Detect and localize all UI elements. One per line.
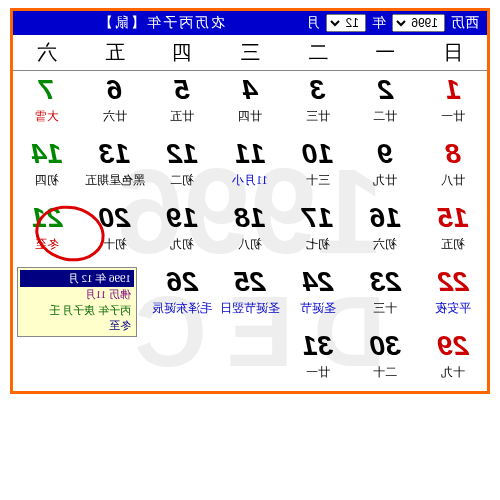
day-cell[interactable]: 13黑色星期五 xyxy=(81,135,149,199)
day-number: 25 xyxy=(216,266,284,298)
day-cell[interactable]: 26毛泽东诞辰 xyxy=(148,263,216,327)
day-cell[interactable]: 17初七 xyxy=(284,199,352,263)
day-number: 1 xyxy=(419,74,487,106)
lunar-label: 初七 xyxy=(284,236,352,253)
day-cell[interactable]: 6廿六 xyxy=(81,71,149,135)
day-cell[interactable]: 29十九 xyxy=(419,327,487,391)
lunar-label: 廿九 xyxy=(352,172,420,189)
weekday: 一 xyxy=(352,35,420,70)
day-cell[interactable]: 25圣诞节翌日 xyxy=(216,263,284,327)
day-cell[interactable]: 30二十 xyxy=(352,327,420,391)
lunar-label: 廿五 xyxy=(148,108,216,125)
lunar-label: 黑色星期五 xyxy=(81,172,149,189)
day-cell[interactable]: 12初二 xyxy=(148,135,216,199)
weekday: 二 xyxy=(284,35,352,70)
day-number: 7 xyxy=(13,74,81,106)
day-number: 4 xyxy=(216,74,284,106)
lunar-label: 圣诞节翌日 xyxy=(216,300,284,317)
day-cell[interactable]: 31廿一 xyxy=(284,327,352,391)
day-number: 12 xyxy=(148,138,216,170)
lunar-label: 廿一 xyxy=(284,364,352,381)
day-cell[interactable]: 8廿八 xyxy=(419,135,487,199)
lunar-label: 十九 xyxy=(419,364,487,381)
day-cell[interactable]: 7大雪 xyxy=(13,71,81,135)
month-label: 月 xyxy=(306,14,320,32)
lunar-label: 初九 xyxy=(148,236,216,253)
day-number: 14 xyxy=(13,138,81,170)
lunar-label: 廿四 xyxy=(216,108,284,125)
day-number: 22 xyxy=(419,266,487,298)
lunar-label: 平安夜 xyxy=(419,300,487,317)
day-number: 9 xyxy=(352,138,420,170)
lunar-label: 初五 xyxy=(419,236,487,253)
lunar-label: 初四 xyxy=(13,172,81,189)
weekday: 五 xyxy=(81,35,149,70)
year-select[interactable]: 1996 xyxy=(392,14,445,32)
day-number: 3 xyxy=(284,74,352,106)
year-label: 年 xyxy=(372,14,386,32)
day-cell[interactable]: 1111月小 xyxy=(216,135,284,199)
lunar-label: 毛泽东诞辰 xyxy=(148,300,216,317)
day-number: 29 xyxy=(419,330,487,362)
day-number: 5 xyxy=(148,74,216,106)
month-select[interactable]: 12 xyxy=(326,14,366,32)
weekday: 六 xyxy=(13,35,81,70)
day-cell[interactable]: 16初六 xyxy=(352,199,420,263)
day-number: 30 xyxy=(352,330,420,362)
lunar-label: 廿二 xyxy=(352,108,420,125)
lunar-title: 农历丙子年【鼠】 xyxy=(21,14,300,32)
day-cell[interactable]: 22平安夜 xyxy=(419,263,487,327)
day-cell[interactable]: 10三十 xyxy=(284,135,352,199)
day-cell[interactable]: 24圣诞节 xyxy=(284,263,352,327)
day-cell[interactable]: 5廿五 xyxy=(148,71,216,135)
lunar-label: 圣诞节 xyxy=(284,300,352,317)
day-cell[interactable]: 23十三 xyxy=(352,263,420,327)
weekday: 四 xyxy=(148,35,216,70)
lunar-label: 三十 xyxy=(284,172,352,189)
lunar-label: 廿八 xyxy=(419,172,487,189)
day-number: 15 xyxy=(419,202,487,234)
day-number: 17 xyxy=(284,202,352,234)
day-number: 8 xyxy=(419,138,487,170)
lunar-label: 廿三 xyxy=(284,108,352,125)
weekday: 三 xyxy=(216,35,284,70)
day-cell[interactable]: 4廿四 xyxy=(216,71,284,135)
day-cell[interactable]: 2廿二 xyxy=(352,71,420,135)
day-number: 2 xyxy=(352,74,420,106)
day-cell[interactable]: 1廿一 xyxy=(419,71,487,135)
lunar-label: 初二 xyxy=(148,172,216,189)
day-number: 19 xyxy=(148,202,216,234)
day-cell[interactable]: 15初五 xyxy=(419,199,487,263)
day-number: 16 xyxy=(352,202,420,234)
day-number: 10 xyxy=(284,138,352,170)
day-number: 13 xyxy=(81,138,149,170)
weekday: 日 xyxy=(419,35,487,70)
lunar-label: 11月小 xyxy=(216,172,284,189)
day-cell[interactable]: 14初四 xyxy=(13,135,81,199)
day-number: 24 xyxy=(284,266,352,298)
lunar-label: 十三 xyxy=(352,300,420,317)
day-cell[interactable]: 19初九 xyxy=(148,199,216,263)
weekday-header: 日一二三四五六 xyxy=(13,35,487,71)
day-number: 26 xyxy=(148,266,216,298)
lunar-label: 初八 xyxy=(216,236,284,253)
day-cell[interactable]: 9廿九 xyxy=(352,135,420,199)
day-cell[interactable]: 3廿三 xyxy=(284,71,352,135)
day-number: 23 xyxy=(352,266,420,298)
day-number: 31 xyxy=(284,330,352,362)
day-number: 6 xyxy=(81,74,149,106)
day-cell[interactable]: 18初八 xyxy=(216,199,284,263)
lunar-label: 大雪 xyxy=(13,108,81,125)
day-number: 11 xyxy=(216,138,284,170)
lunar-label: 二十 xyxy=(352,364,420,381)
lunar-label: 初六 xyxy=(352,236,420,253)
day-number: 18 xyxy=(216,202,284,234)
tooltip: 1996 年 12 月 佛历 11月 丙子年 庚子月 壬 冬至 xyxy=(17,267,137,337)
lunar-label: 廿一 xyxy=(419,108,487,125)
lunar-label: 廿六 xyxy=(81,108,149,125)
era-label: 西历 xyxy=(451,14,479,32)
